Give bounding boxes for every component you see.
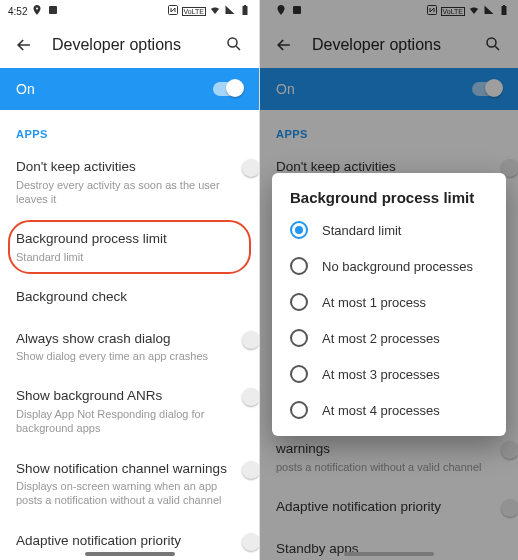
item-title: Show notification channel warnings [16, 460, 233, 478]
item-title: Show background ANRs [16, 387, 233, 405]
master-toggle[interactable]: On [0, 68, 259, 110]
master-switch[interactable] [213, 82, 243, 96]
radio-option-no-background[interactable]: No background processes [272, 248, 506, 284]
location-icon [31, 4, 43, 18]
radio-icon [290, 257, 308, 275]
item-title: Adaptive notification priority [16, 532, 233, 550]
signal-icon [224, 4, 236, 18]
item-subtitle: Show dialog every time an app crashes [16, 349, 233, 363]
status-time: 4:52 [8, 6, 27, 17]
item-background-check[interactable]: Background check [0, 276, 259, 318]
radio-label: At most 3 processes [322, 367, 440, 382]
item-title: Background check [16, 288, 243, 306]
radio-label: At most 4 processes [322, 403, 440, 418]
back-icon[interactable] [14, 35, 34, 55]
navbar-handle[interactable] [85, 552, 175, 556]
item-background-process-limit[interactable]: Background process limit Standard limit [0, 218, 259, 276]
radio-icon [290, 401, 308, 419]
item-dont-keep-activities[interactable]: Don't keep activities Destroy every acti… [0, 146, 259, 218]
dialog-background-process-limit: Background process limit Standard limit … [272, 173, 506, 436]
nfc-icon [167, 4, 179, 18]
wifi-icon [209, 4, 221, 18]
navbar-handle[interactable] [344, 552, 434, 556]
radio-icon [290, 329, 308, 347]
radio-icon [290, 365, 308, 383]
battery-icon [239, 4, 251, 18]
section-header-apps: APPS [0, 110, 259, 146]
item-subtitle: Destroy every activity as soon as the us… [16, 178, 233, 207]
radio-label: At most 2 processes [322, 331, 440, 346]
svg-rect-2 [243, 6, 248, 15]
item-subtitle: Displays on-screen warning when an app p… [16, 479, 233, 508]
item-title: Background process limit [16, 230, 243, 248]
radio-option-at-most-2[interactable]: At most 2 processes [272, 320, 506, 356]
app-bar: Developer options [0, 22, 259, 68]
item-title: Don't keep activities [16, 158, 233, 176]
status-bar: 4:52 VoLTE [0, 0, 259, 22]
item-always-show-crash-dialog[interactable]: Always show crash dialog Show dialog eve… [0, 318, 259, 376]
radio-option-at-most-4[interactable]: At most 4 processes [272, 392, 506, 428]
radio-option-standard-limit[interactable]: Standard limit [272, 212, 506, 248]
item-show-notification-channel-warnings[interactable]: Show notification channel warnings Displ… [0, 448, 259, 520]
master-toggle-label: On [16, 81, 35, 97]
dialog-title: Background process limit [272, 189, 506, 212]
radio-label: At most 1 process [322, 295, 426, 310]
item-subtitle: Standard limit [16, 250, 243, 264]
radio-option-at-most-3[interactable]: At most 3 processes [272, 356, 506, 392]
svg-point-4 [228, 38, 237, 47]
app-icon [47, 4, 59, 18]
search-icon[interactable] [225, 35, 245, 55]
item-show-background-anrs[interactable]: Show background ANRs Display App Not Res… [0, 375, 259, 447]
radio-label: No background processes [322, 259, 473, 274]
item-subtitle: Display App Not Responding dialog for ba… [16, 407, 233, 436]
phone-right: . VoLTE Developer options On APPS Don't … [259, 0, 518, 560]
radio-label: Standard limit [322, 223, 401, 238]
radio-option-at-most-1[interactable]: At most 1 process [272, 284, 506, 320]
radio-icon [290, 293, 308, 311]
item-title: Always show crash dialog [16, 330, 233, 348]
svg-rect-3 [244, 5, 246, 6]
page-title: Developer options [52, 36, 207, 54]
svg-rect-0 [49, 6, 57, 14]
radio-icon [290, 221, 308, 239]
volte-badge: VoLTE [182, 7, 207, 16]
phone-left: 4:52 VoLTE Developer options On APPS [0, 0, 259, 560]
